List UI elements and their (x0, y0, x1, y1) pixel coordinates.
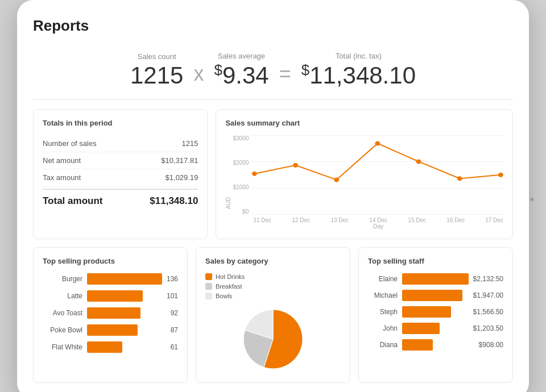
staff-bar-value: $2,132.50 (473, 275, 503, 283)
product-bar-track (87, 290, 162, 302)
pie-legend: Hot DrinksBreakfastBowls (205, 273, 245, 299)
staff-bar-value: $1,947.00 (473, 291, 503, 299)
product-bar-fill (87, 324, 138, 336)
y-axis-tick: $2000 (233, 160, 249, 166)
product-bar-value: 61 (171, 343, 178, 351)
totals-row: Number of sales1215 (43, 135, 198, 152)
product-name: Latte (43, 292, 82, 300)
product-bar-track (87, 341, 166, 353)
legend-label: Bowls (216, 293, 232, 299)
staff-name: Elaine (368, 275, 398, 283)
page-title: Reports (33, 17, 513, 35)
total-dollar: $ (301, 61, 309, 78)
sales-count-label: Sales count (130, 52, 183, 61)
x-axis-tick: 13 Dec (330, 217, 349, 223)
pie-chart (239, 305, 307, 373)
y-axis-tick: $0 (242, 208, 249, 215)
totals-row-value: 1215 (181, 139, 198, 148)
x-axis-tick: 15 Dec (408, 217, 426, 223)
products-bar-list: Burger 136 Latte 101 Avo Toast 92 Poke B… (43, 273, 178, 353)
tablet-frame: Reports Sales count 1215 x Sales average… (17, 0, 529, 392)
y-axis-tick: $1000 (233, 184, 249, 190)
legend-label: Hot Drinks (216, 273, 245, 280)
staff-bar-row: Michael $1,947.00 (368, 290, 503, 301)
total-value: $11,348.10 (301, 61, 416, 89)
bottom-grid: Top selling products Burger 136 Latte 10… (33, 247, 513, 383)
total-label: Total (inc. tax) (301, 52, 416, 60)
top-staff-title: Top selling staff (368, 257, 503, 265)
product-name: Avo Toast (43, 309, 82, 317)
product-bar-track (87, 273, 162, 285)
staff-bar-value: $1,203.50 (473, 324, 503, 332)
staff-bar-track (402, 306, 469, 318)
totals-row: Net amount$10,317.81 (43, 152, 198, 169)
totals-row: Tax amount$1,029.19 (43, 169, 198, 186)
top-products-title: Top selling products (43, 257, 178, 265)
legend-dot (205, 273, 212, 280)
chart-line (255, 143, 501, 180)
y-axis-label: AUD (225, 135, 231, 209)
legend-dot (205, 293, 212, 299)
staff-name: Steph (368, 308, 398, 316)
chart-point (293, 163, 298, 168)
sales-count-value: 1215 (130, 62, 183, 89)
y-axis: $3000$2000$1000$0 (233, 135, 252, 215)
total-label: Total amount (43, 195, 102, 207)
x-axis-tick: 16 Dec (446, 217, 465, 223)
product-bar-row: Latte 101 (43, 290, 178, 302)
totals-total-row: Total amount$11,348.10 (43, 189, 198, 211)
x-axis-tick: 11 Dec (253, 217, 271, 223)
sales-count-item: Sales count 1215 (130, 52, 183, 89)
staff-bar-fill (402, 290, 462, 301)
chart-point (498, 173, 503, 177)
pie-container: Hot DrinksBreakfastBowls (205, 273, 341, 373)
chart-point (375, 141, 380, 145)
staff-bar-track (402, 273, 469, 285)
y-axis-tick: $3000 (233, 135, 249, 141)
product-name: Poke Bowl (43, 326, 82, 334)
chart-point (252, 172, 257, 176)
chart-point (416, 159, 421, 164)
top-staff-card: Top selling staff Elaine $2,132.50 Micha… (358, 247, 513, 383)
sales-avg-dollar: $ (214, 61, 222, 78)
equals-op: = (279, 62, 291, 89)
staff-bar-fill (402, 306, 451, 318)
staff-bar-fill (402, 323, 440, 334)
totals-table: Number of sales1215Net amount$10,317.81T… (43, 135, 198, 211)
staff-bar-row: Steph $1,566.50 (368, 306, 503, 318)
product-bar-row: Flat White 61 (43, 341, 178, 353)
totals-row-label: Number of sales (43, 139, 97, 148)
totals-row-value: $1,029.19 (166, 173, 198, 182)
product-bar-track (87, 307, 166, 319)
staff-name: John (368, 324, 398, 332)
x-axis-title: Day (233, 223, 503, 230)
product-bar-fill (87, 273, 162, 285)
staff-bar-row: Diana $908.00 (368, 339, 503, 351)
staff-bar-track (402, 339, 474, 351)
product-name: Flat White (43, 343, 82, 351)
product-bar-row: Poke Bowl 87 (43, 324, 178, 336)
x-axis-tick: 12 Dec (292, 217, 310, 223)
main-grid: Totals in this period Number of sales121… (33, 109, 513, 239)
chart-card: Sales summary chart AUD $3000$2000$1000$… (216, 109, 513, 239)
product-bar-fill (87, 290, 143, 302)
product-bar-value: 101 (167, 292, 178, 300)
totals-row-label: Net amount (43, 156, 81, 165)
staff-bar-track (402, 290, 469, 301)
staff-bar-value: $1,566.50 (473, 308, 503, 316)
staff-bar-fill (402, 273, 469, 285)
legend-dot (205, 283, 212, 290)
x-axis-labels: 11 Dec12 Dec13 Dec14 Dec15 Dec16 Dec17 D… (233, 215, 503, 223)
sales-avg-value: $9.34 (214, 61, 268, 89)
product-bar-track (87, 324, 166, 336)
chart-point (457, 176, 462, 181)
staff-bar-list: Elaine $2,132.50 Michael $1,947.00 Steph… (368, 273, 503, 351)
staff-bar-value: $908.00 (479, 341, 503, 349)
sales-avg-label: Sales average (214, 52, 268, 60)
sales-avg-item: Sales average $9.34 (214, 52, 268, 89)
total-item: Total (inc. tax) $11,348.10 (301, 52, 416, 89)
staff-bar-row: Elaine $2,132.50 (368, 273, 503, 285)
chart-point (334, 177, 340, 182)
chart-card-title: Sales summary chart (225, 119, 503, 127)
product-name: Burger (43, 275, 82, 283)
